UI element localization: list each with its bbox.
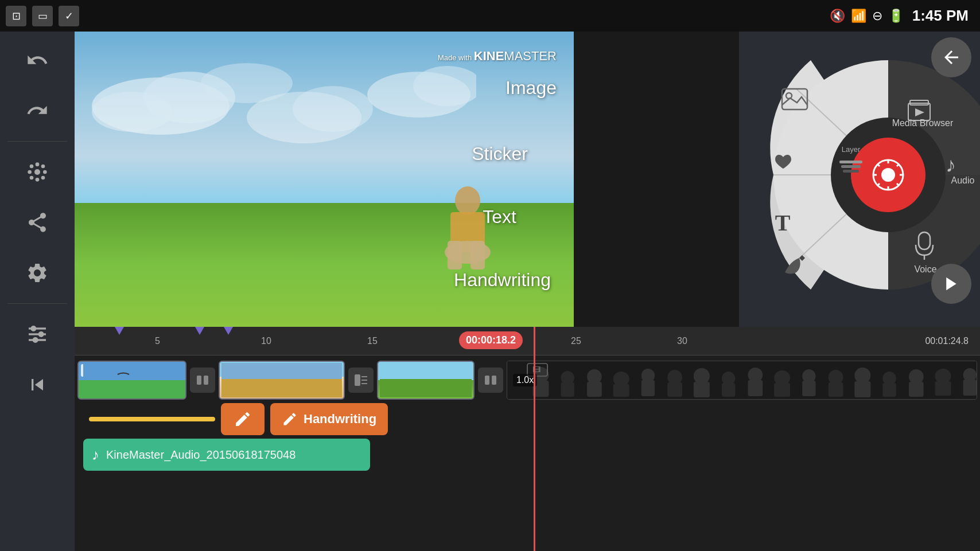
svg-rect-109 [963,380,977,396]
ruler-marks: 5 10 15 20 25 30 00:00:18.2 00:01:24.8 [80,327,974,355]
svg-point-13 [38,331,44,337]
reel-thumbnails: 🎞 [507,361,977,400]
svg-rect-63 [197,376,201,385]
redo-icon [26,99,49,122]
transition-icon-3 [484,373,497,387]
tablet-icon: ▭ [32,6,53,26]
sidebar-divider-2 [7,303,67,304]
rewind-icon [26,373,49,396]
svg-text:T: T [775,210,791,236]
svg-rect-75 [507,361,977,400]
svg-point-0 [34,169,40,175]
clip-3-thumb [380,363,472,397]
svg-point-12 [30,326,36,331]
svg-rect-71 [380,363,472,379]
rewind-button[interactable] [14,362,60,408]
progress-bar [89,417,215,421]
svg-point-7 [28,170,32,174]
effects-button[interactable] [14,149,60,195]
svg-rect-107 [935,381,951,396]
ruler-5: 5 [155,336,160,346]
svg-text:🎞: 🎞 [532,366,540,374]
svg-point-38 [881,168,895,182]
end-time: 00:01:24.8 [925,336,969,346]
svg-rect-26 [448,241,462,269]
svg-point-23 [455,186,480,215]
svg-point-2 [41,165,45,169]
svg-rect-91 [722,383,735,397]
handwriting-icon-button-1[interactable] [221,403,265,435]
svg-point-4 [41,176,45,180]
svg-rect-89 [694,382,710,397]
handwriting-btn-label: Handwriting [304,412,376,427]
adjust-icon [26,323,49,346]
handwriting-pen-icon-1 [234,410,252,428]
svg-rect-66 [221,379,342,397]
clip-2-thumb [221,363,342,397]
settings-button[interactable] [14,250,60,296]
do-not-disturb-icon: ⊖ [872,9,882,24]
marker-arrow-3 [224,327,233,335]
watermark-made-with: Made with [438,53,474,62]
settings-icon [26,261,49,284]
voice-label: Voice [914,264,936,274]
svg-point-17 [92,92,172,132]
left-sidebar [0,32,75,551]
marker-2 [195,327,204,341]
current-time-badge: 00:00:18.2 [459,331,523,349]
ruler-10: 10 [261,336,271,346]
svg-rect-103 [882,383,896,397]
redo-button[interactable] [14,88,60,134]
svg-point-5 [36,162,40,166]
status-icons: 🔇 📶 ⊖ 🔋 [830,9,904,24]
video-clip-1[interactable]: 🖼 [77,361,186,400]
video-reel[interactable]: 1.0x [507,361,977,400]
svg-rect-73 [485,376,489,385]
transition-1[interactable] [190,368,215,393]
svg-rect-83 [613,384,629,397]
back-button[interactable] [931,37,971,77]
ruler-30: 30 [677,336,687,346]
svg-rect-79 [561,382,574,397]
transition-icon-2 [354,373,368,387]
svg-point-88 [694,368,710,384]
svg-text:Layer: Layer [842,145,861,154]
svg-rect-99 [829,382,843,397]
svg-rect-64 [204,376,208,385]
undo-button[interactable] [14,37,60,83]
ruler-15: 15 [367,336,378,346]
bluetooth-icon: 🔇 [830,9,845,24]
transition-3[interactable] [478,368,503,393]
svg-point-8 [43,170,47,174]
svg-rect-48 [841,165,861,168]
status-time: 1:45 PM [912,7,969,25]
handwriting-row: Handwriting [83,403,977,435]
video-clip-3[interactable]: 🖼 [377,361,475,400]
watermark-kine: KINE [474,49,504,63]
marker-3 [224,327,233,341]
svg-point-100 [854,368,870,384]
handwriting-label-button[interactable]: Handwriting [270,403,388,435]
svg-text:♪: ♪ [946,153,956,177]
audio-track[interactable]: ♪ KineMaster_Audio_20150618175048 [83,439,370,471]
svg-rect-61 [83,363,181,380]
share-button[interactable] [14,200,60,245]
right-controls: Layer T ♪ [739,32,980,327]
video-clip-2[interactable]: 🖼 [219,361,345,400]
play-icon [943,275,960,292]
svg-rect-74 [492,376,496,385]
svg-rect-101 [854,381,870,397]
undo-icon [26,49,49,72]
timeline-tracks: 🖼 🖼 [75,355,980,551]
svg-rect-65 [221,363,342,379]
adjust-button[interactable] [14,311,60,357]
play-button[interactable] [931,264,971,304]
clouds [75,49,476,209]
svg-marker-60 [946,278,956,291]
watermark: Made with KINEMASTER [438,49,557,64]
ruler-25: 25 [571,336,581,346]
watermark-master: MASTER [504,49,557,63]
transition-2[interactable] [348,368,374,393]
svg-rect-97 [802,381,815,396]
timeline-ruler: 5 10 15 20 25 30 00:00:18.2 00:01:24.8 [75,327,980,355]
